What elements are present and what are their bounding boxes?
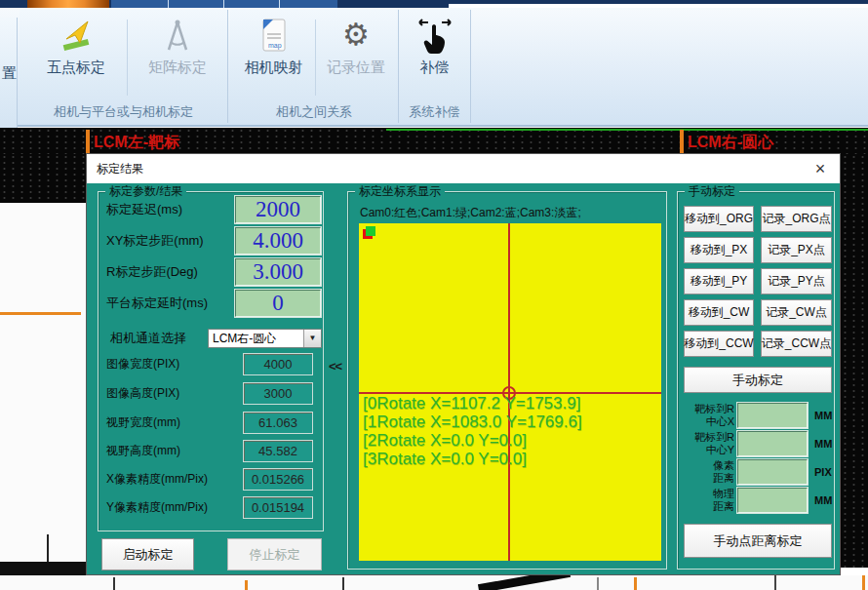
field-label: 图像宽度(PIX) — [106, 353, 179, 375]
field-label: R标定步距(Deg) — [106, 258, 198, 286]
orange-tick — [862, 575, 865, 590]
target-center-x-input[interactable] — [737, 403, 808, 428]
window-marker-right — [680, 130, 684, 153]
pan-hand-icon — [415, 16, 454, 57]
gear-icon: ⚙ — [336, 16, 375, 57]
start-calibration-button[interactable]: 启动标定 — [101, 538, 194, 570]
ribbon-partial-button[interactable]: 置 — [0, 18, 18, 129]
background-window-strip: LCM左-靶标 LCM右-圆心 — [0, 128, 868, 154]
close-icon[interactable]: × — [809, 155, 832, 182]
unit-label: MM — [814, 488, 832, 513]
record-py-button[interactable]: 记录_PY点 — [761, 268, 832, 295]
rotate-readout-line: [0Rotate X=1107.2 Y=1753.9] — [363, 394, 580, 413]
field-label: 相机通道选择 — [110, 329, 186, 348]
move-to-ccw-button[interactable]: 移动到_CCW — [684, 331, 754, 357]
xy-step-input[interactable]: 4.000 — [235, 227, 321, 255]
right-window-title: LCM右-圆心 — [688, 133, 773, 153]
manual-point-distance-button[interactable]: 手动点距离标定 — [684, 524, 832, 558]
orange-tick — [245, 580, 248, 590]
field-label: 图像高度(PIX) — [106, 382, 179, 405]
orange-line — [0, 312, 81, 315]
window-marker-left — [86, 130, 90, 153]
ribbon-button-label: 五点标定 — [27, 59, 125, 77]
physical-distance-input[interactable] — [737, 488, 808, 513]
svg-text:map: map — [268, 42, 282, 50]
y-pixel-precision-value: 0.015194 — [243, 496, 313, 519]
record-ccw-button[interactable]: 记录_CCW点 — [761, 331, 832, 357]
ribbon-group-platform-calibration: 五点标定 矩阵标定 相机与平台或与相机标定 — [20, 10, 228, 123]
field-label: 标定延迟(ms) — [106, 196, 182, 223]
ribbon: 置 五点标定 — [0, 8, 868, 127]
ribbon-group-label: 相机与平台或与相机标定 — [20, 102, 227, 122]
screen: 置 五点标定 — [0, 0, 868, 590]
dialog-body: 标定参数/结果 标定延迟(ms) 2000 XY标定步距(mm) 4.000 R… — [87, 183, 840, 574]
orange-tick — [634, 577, 637, 590]
ribbon-partial-label: 置 — [2, 64, 17, 83]
compensation-button[interactable]: 补偿 — [401, 14, 468, 99]
dialog-title: 标定结果 — [97, 154, 143, 183]
field-label: Y像素精度(mm/Pix) — [106, 496, 208, 519]
field-label: 物理 距离 — [678, 488, 734, 513]
collapse-panel-button[interactable]: << — [329, 359, 341, 374]
field-label: 视野高度(mm) — [106, 440, 180, 462]
record-px-button[interactable]: 记录_PX点 — [761, 237, 832, 263]
manual-calibration-button[interactable]: 手动标定 — [684, 367, 832, 393]
map-icon: map — [255, 16, 294, 57]
manual-calibration-groupbox: 手动标定 移动到_ORG 记录_ORG点 移动到_PX 记录_PX点 移动到_P… — [677, 191, 835, 570]
fov-width-value: 61.063 — [243, 412, 313, 434]
grid-line — [597, 577, 599, 590]
tab-separator — [223, 0, 224, 8]
rotate-readout-line: [2Rotate X=0.0 Y=0.0] — [363, 431, 527, 450]
calibration-result-dialog: 标定结果 × 标定参数/结果 标定延迟(ms) 2000 XY标定步距(mm) … — [86, 153, 841, 575]
move-to-px-button[interactable]: 移动到_PX — [684, 237, 754, 263]
move-to-py-button[interactable]: 移动到_PY — [684, 268, 754, 295]
background-image-right — [841, 154, 868, 568]
window-tab-strip-left — [0, 0, 449, 8]
coordinate-display-groupbox: 标定坐标系显示 Cam0:红色;Cam1:绿;Cam2:蓝;Cam3:淡蓝; [… — [347, 191, 667, 570]
calibration-canvas: [0Rotate X=1107.2 Y=1753.9] [1Rotate X=1… — [359, 223, 661, 561]
r-step-input[interactable]: 3.000 — [235, 258, 321, 286]
rotate-readout-line: [3Rotate X=0.0 Y=0.0] — [363, 450, 527, 468]
image-height-value: 3000 — [243, 382, 313, 405]
dialog-titlebar[interactable]: 标定结果 × — [87, 154, 840, 184]
ribbon-group-system-compensation: 补偿 系统补偿 — [399, 10, 471, 123]
field-label: 靶标到R 中心X — [678, 403, 734, 428]
five-point-calibration-button[interactable]: 五点标定 — [27, 14, 125, 99]
tab-row[interactable] — [111, 0, 337, 8]
pointer-flag-icon — [57, 16, 96, 57]
record-org-button[interactable]: 记录_ORG点 — [761, 206, 832, 232]
tab-separator — [279, 0, 280, 8]
grid-line — [342, 577, 344, 590]
grid-line — [774, 575, 776, 590]
field-label: X像素精度(mm/Pix) — [106, 468, 208, 491]
background-image-left — [0, 154, 86, 203]
display-group-title: 标定坐标系显示 — [355, 184, 445, 199]
ribbon-button-label: 记录位置 — [316, 59, 396, 77]
camera-channel-select[interactable]: LCM右-圆心 ▼ — [208, 329, 322, 348]
unit-label: MM — [814, 431, 832, 456]
ribbon-group-label: 系统补偿 — [399, 102, 470, 122]
camera-mapping-button[interactable]: map 相机映射 — [233, 14, 314, 99]
x-pixel-precision-value: 0.015266 — [243, 468, 313, 491]
active-tab-highlight[interactable] — [27, 0, 109, 8]
fov-height-value: 45.582 — [243, 440, 313, 462]
platform-delay-input[interactable]: 0 — [235, 290, 321, 317]
grid-line — [113, 577, 115, 590]
calib-delay-input[interactable]: 2000 — [235, 196, 321, 223]
cam1-marker — [366, 226, 375, 236]
record-position-button[interactable]: ⚙ 记录位置 — [316, 14, 396, 99]
field-label: XY标定步距(mm) — [106, 227, 204, 255]
field-label: 平台标定延时(ms) — [106, 290, 208, 317]
target-center-y-input[interactable] — [737, 431, 808, 456]
stop-calibration-button[interactable]: 停止标定 — [227, 538, 322, 570]
record-cw-button[interactable]: 记录_CW点 — [761, 299, 832, 326]
matrix-calibration-button[interactable]: 矩阵标定 — [129, 14, 226, 99]
window-border-line — [386, 129, 868, 131]
unit-label: MM — [814, 403, 832, 428]
move-to-cw-button[interactable]: 移动到_CW — [684, 299, 754, 326]
combo-arrow-icon[interactable]: ▼ — [303, 330, 321, 347]
move-to-org-button[interactable]: 移动到_ORG — [684, 206, 754, 232]
pixel-distance-input[interactable] — [737, 459, 808, 485]
ribbon-button-label: 补偿 — [401, 59, 468, 77]
left-window-title: LCM左-靶标 — [94, 133, 179, 153]
